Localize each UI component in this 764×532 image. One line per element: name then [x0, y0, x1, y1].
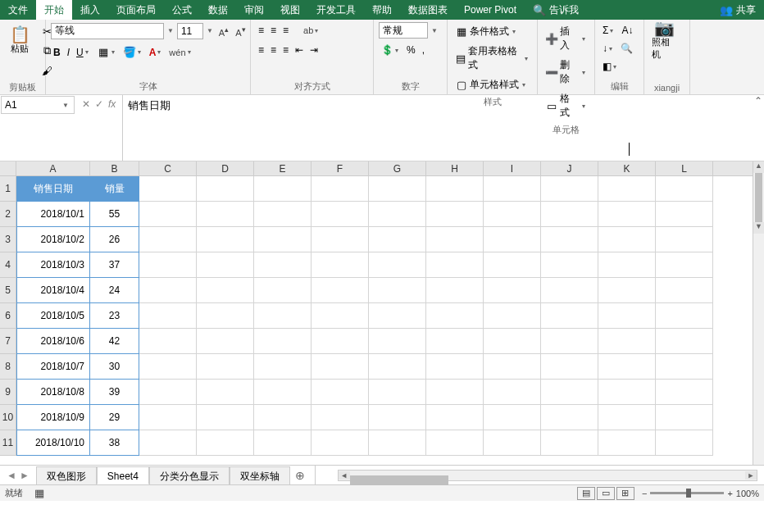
- cell[interactable]: 2018/10/7: [16, 354, 90, 380]
- sheet-nav-next[interactable]: ►: [20, 470, 30, 481]
- confirm-formula-button[interactable]: ✓: [95, 98, 103, 110]
- row-header[interactable]: 11: [0, 430, 16, 456]
- view-page-break-button[interactable]: ⊞: [616, 487, 634, 500]
- cell[interactable]: [426, 252, 484, 278]
- cell[interactable]: 2018/10/9: [16, 405, 90, 430]
- cell[interactable]: [197, 202, 254, 227]
- cell[interactable]: 2018/10/2: [16, 227, 90, 252]
- cell[interactable]: [656, 380, 713, 405]
- cell[interactable]: [484, 380, 541, 405]
- indent-decrease-button[interactable]: ⇤: [293, 42, 306, 58]
- scroll-down-button[interactable]: ▼: [753, 222, 764, 234]
- cell[interactable]: [484, 354, 541, 380]
- select-all-corner[interactable]: [0, 161, 16, 176]
- row-header[interactable]: 9: [0, 380, 16, 405]
- cell[interactable]: [139, 329, 197, 354]
- cell[interactable]: [541, 252, 598, 278]
- chevron-down-icon[interactable]: ▼: [205, 27, 215, 34]
- cell[interactable]: [139, 354, 197, 380]
- cell[interactable]: 26: [90, 227, 139, 252]
- column-header[interactable]: A: [16, 161, 90, 175]
- cell[interactable]: [254, 329, 312, 354]
- cell[interactable]: [656, 303, 713, 329]
- cell[interactable]: [139, 176, 197, 202]
- sheet-tab[interactable]: Sheet4: [97, 466, 149, 484]
- cell[interactable]: [426, 430, 484, 456]
- cell[interactable]: 39: [90, 380, 139, 405]
- cell[interactable]: [598, 227, 656, 252]
- column-header[interactable]: G: [369, 161, 426, 175]
- cell[interactable]: [254, 430, 312, 456]
- cell[interactable]: 销量: [90, 176, 139, 202]
- cell[interactable]: [484, 227, 541, 252]
- cell[interactable]: [541, 430, 598, 456]
- view-normal-button[interactable]: ▤: [577, 487, 595, 500]
- cell[interactable]: [369, 380, 426, 405]
- column-header[interactable]: C: [139, 161, 197, 175]
- cell[interactable]: [656, 227, 713, 252]
- column-header[interactable]: D: [197, 161, 254, 175]
- cell[interactable]: [656, 176, 713, 202]
- cell[interactable]: [598, 430, 656, 456]
- tab-insert[interactable]: 插入: [72, 0, 108, 20]
- cell[interactable]: [197, 354, 254, 380]
- cell[interactable]: [254, 303, 312, 329]
- cell[interactable]: [312, 202, 369, 227]
- cell[interactable]: [369, 329, 426, 354]
- cell[interactable]: [541, 227, 598, 252]
- scroll-thumb[interactable]: [755, 173, 762, 222]
- row-header[interactable]: 2: [0, 202, 16, 227]
- cell[interactable]: [484, 252, 541, 278]
- indent-increase-button[interactable]: ⇥: [307, 42, 321, 58]
- cell[interactable]: [541, 380, 598, 405]
- cell[interactable]: [656, 405, 713, 430]
- cell[interactable]: [197, 176, 254, 202]
- cell[interactable]: 55: [90, 202, 139, 227]
- cell[interactable]: [254, 405, 312, 430]
- cell-styles-button[interactable]: ▢单元格样式▾: [452, 75, 530, 94]
- cell[interactable]: [139, 303, 197, 329]
- clear-button[interactable]: ◧▾: [600, 58, 621, 75]
- currency-button[interactable]: 💲▾: [379, 42, 402, 58]
- sheet-tab[interactable]: 双坐标轴: [230, 466, 290, 484]
- cell[interactable]: [426, 303, 484, 329]
- align-top-button[interactable]: ≡: [256, 22, 266, 39]
- chevron-down-icon[interactable]: ▼: [166, 27, 175, 34]
- view-page-layout-button[interactable]: ▭: [597, 487, 615, 500]
- align-left-button[interactable]: ≡: [256, 42, 266, 58]
- formula-bar[interactable]: 销售日期: [122, 95, 753, 161]
- tab-data[interactable]: 数据: [200, 0, 236, 20]
- vertical-scrollbar[interactable]: ▲ ▼: [753, 161, 764, 465]
- scroll-right-button[interactable]: ►: [745, 471, 757, 480]
- cell[interactable]: 2018/10/5: [16, 303, 90, 329]
- row-header[interactable]: 5: [0, 278, 16, 303]
- cell[interactable]: [139, 405, 197, 430]
- column-header[interactable]: K: [598, 161, 656, 175]
- column-header[interactable]: I: [484, 161, 541, 175]
- cell[interactable]: [139, 380, 197, 405]
- cell[interactable]: [254, 176, 312, 202]
- font-name-select[interactable]: [51, 23, 164, 39]
- align-bottom-button[interactable]: ≡: [280, 22, 291, 39]
- cell[interactable]: [369, 430, 426, 456]
- cell[interactable]: [598, 405, 656, 430]
- cell[interactable]: [312, 303, 369, 329]
- cell[interactable]: [656, 202, 713, 227]
- cell[interactable]: [426, 227, 484, 252]
- name-box[interactable]: A1 ▼: [1, 96, 75, 114]
- row-header[interactable]: 1: [0, 176, 16, 202]
- fill-button[interactable]: ↓▾: [600, 40, 616, 57]
- zoom-slider[interactable]: [650, 492, 724, 494]
- sheet-tab[interactable]: 分类分色显示: [149, 466, 230, 484]
- cell[interactable]: [369, 405, 426, 430]
- macro-record-icon[interactable]: ▦: [33, 487, 46, 500]
- tab-view[interactable]: 视图: [272, 0, 308, 20]
- font-size-select[interactable]: [177, 23, 203, 39]
- align-right-button[interactable]: ≡: [280, 42, 291, 58]
- zoom-level[interactable]: 100%: [736, 489, 759, 498]
- tab-home[interactable]: 开始: [36, 0, 72, 20]
- cell[interactable]: [541, 278, 598, 303]
- cell[interactable]: [598, 176, 656, 202]
- cell[interactable]: [484, 176, 541, 202]
- cell[interactable]: [369, 227, 426, 252]
